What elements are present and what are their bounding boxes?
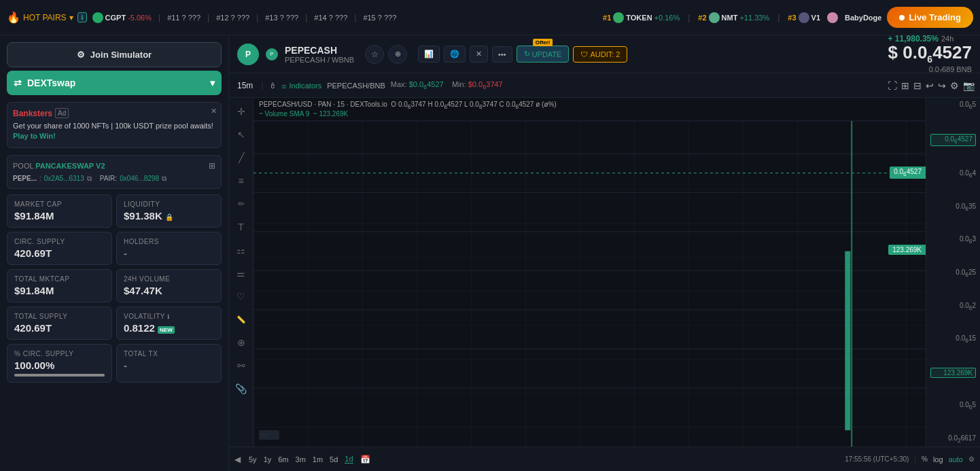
nav-token-cgpt[interactable]: CGPT -5.06% [92,12,152,23]
update-button[interactable]: ↻ UPDATE [517,46,570,63]
settings-button[interactable]: ⚙ [950,80,959,91]
chevron-down-icon: ▾ [210,77,215,88]
text-tool[interactable]: T [232,217,251,237]
current-price-indicator: 0.064527 [890,167,926,179]
pool-title: POOL PANCAKESWAP V2 [13,162,105,170]
chart-area: P P PEPECASH PEPECASH / WBNB ☆ ⊕ 📊 🌐 ✕ •… [229,35,980,471]
chart-info-bar: PEPECASH/USD · PAN · 15 · DEXTools.io O … [253,98,926,121]
log-label[interactable]: log [933,455,943,464]
tr-token-2[interactable]: #2 NMT +11.33% [698,12,769,23]
time-5d[interactable]: 5d [330,455,338,464]
crosshair-tool[interactable]: ✛ [232,102,251,121]
chart-toolbar: 15m | 🕯 ⎄ Indicators PEPECASH/BNB Max: $… [229,73,980,98]
nav-token-15[interactable]: #15 ? ??? [363,14,396,22]
pair-label: PEPECASH/BNB [327,82,385,90]
percent-label[interactable]: % [922,455,928,463]
simulator-icon: ⚙ [77,50,85,60]
dextswap-button[interactable]: ⇄ DEXTswap ▾ [7,71,222,95]
babydoge-icon [827,12,838,23]
volume-price-indicator: 123.269K [888,245,926,255]
stat-market-cap: MARKET CAP $91.84M [7,194,112,228]
y-price-062: 0.062 [930,302,976,311]
magnet-tool[interactable]: ⚯ [232,356,251,375]
camera-button[interactable]: 📷 [963,80,975,91]
time-1m[interactable]: 1m [313,455,323,464]
time-1y[interactable]: 1y [264,455,272,464]
stat-24h-volume: 24H VOLUME $47.47K [116,269,222,302]
liquidity-info-icon[interactable]: 🔒 [165,213,173,221]
token-logo: P [237,43,259,65]
chart-more-button[interactable]: ••• [492,46,512,63]
swap-icon: ⇄ [14,77,22,88]
new-badge: NEW [158,326,175,334]
y-price-065: 0.065 [930,101,976,110]
chart-grid [253,121,926,447]
volatility-label: VOLATILITY ℹ [124,313,214,320]
chart-expand2-button[interactable]: ⊟ [913,80,922,91]
settings-icon[interactable]: ⚙ [968,455,975,463]
undo-button[interactable]: ↩ [926,80,934,91]
nav-token-13[interactable]: #13 ? ??? [265,14,298,22]
update-offer-wrapper: ↻ UPDATE Offer! [517,46,570,63]
stat-circ-supply: CIRC. SUPPLY 420.69T [7,232,112,265]
shield-icon: 🛡 [580,50,588,58]
circ-supply-pct-value: 100.00% [14,360,105,371]
join-simulator-button[interactable]: ⚙ Join Simulator [7,42,222,67]
fib-tool[interactable]: ⚏ [232,241,251,260]
time-label: 17:55:56 (UTC+5:30) [845,455,909,463]
pool-info-icon[interactable]: ⊞ [209,161,215,171]
fullscreen-button[interactable]: ⛶ [888,80,897,91]
favorite-button[interactable]: ☆ [365,45,384,64]
time-1d[interactable]: 1d [345,455,353,464]
indicators-button[interactable]: ⎄ Indicators [282,82,321,90]
volume-sma-info: ~ Volume SMA 9 ~ 123.269K [259,110,348,118]
hot-pairs-button[interactable]: 🔥 HOT PAIRS ▾ ℹ [7,11,87,24]
y-price-026617: 0.026617 [930,434,976,444]
tr-token-3[interactable]: #3 V1 [788,12,820,23]
token-actions: ☆ ⊕ [365,45,407,64]
chart-expand-button[interactable]: ⊞ [901,80,909,91]
timeframe-15m[interactable]: 15m [234,80,256,92]
measure-tool[interactable]: ⚌ [232,264,251,283]
chart-canvas[interactable]: TV 0.064527 123.269K [253,121,926,447]
zoom-tool[interactable]: ⊕ [232,333,251,352]
scroll-left-arrow[interactable]: ◀ [234,455,241,464]
live-trading-button[interactable]: Live Trading [887,7,973,28]
redo-button[interactable]: ↪ [938,80,946,91]
nav-token-14[interactable]: #14 ? ??? [314,14,347,22]
heart-tool[interactable]: ♡ [232,287,251,306]
audit-button[interactable]: 🛡 AUDIT: 2 [573,46,627,63]
indicators-icon: ⎄ [282,82,287,90]
time-5y[interactable]: 5y [249,455,257,464]
auto-label[interactable]: auto [949,455,963,464]
total-tx-label: TOTAL TX [124,350,214,357]
24h-volume-label: 24H VOLUME [124,275,214,283]
nav-token-12[interactable]: #12 ? ??? [216,14,249,22]
chart-x-button[interactable]: ✕ [470,46,488,63]
time-6m[interactable]: 6m [278,455,288,464]
nav-token-11[interactable]: #11 ? ??? [167,14,200,22]
brush-tool[interactable]: ✏ [232,194,251,213]
time-3m[interactable]: 3m [296,455,306,464]
ad-label: Ad [55,108,69,118]
calendar-icon[interactable]: 📅 [360,455,370,464]
copy-pepe-button[interactable]: ⧉ [87,175,92,183]
share-button[interactable]: ⊕ [388,45,407,64]
ruler-tool[interactable]: 📏 [232,310,251,329]
ad-close-button[interactable]: ✕ [211,107,217,116]
stat-volatility: VOLATILITY ℹ 0.8122 NEW [116,307,222,340]
copy-pair-button[interactable]: ⧉ [162,175,167,183]
ad-cta[interactable]: Play to Win! [13,132,56,140]
candle-icon[interactable]: 🕯 [268,81,277,90]
horizontal-line-tool[interactable]: ≡ [232,171,251,190]
chart-globe-button[interactable]: 🌐 [444,46,466,63]
tr-token-1[interactable]: #1 TOKEN +0.16% [603,12,680,23]
cursor-tool[interactable]: ↖ [232,125,251,144]
chevron-down-icon: ▾ [69,13,73,22]
volatility-info-icon[interactable]: ℹ [167,313,170,320]
top-right-tokens: #1 TOKEN +0.16% | #2 NMT +11.33% | #3 V1… [603,12,881,23]
annotations-tool[interactable]: 📎 [232,379,251,398]
trend-line-tool[interactable]: ╱ [232,148,251,167]
holders-value: - [124,247,214,259]
chart-type-bar-button[interactable]: 📊 [418,46,440,63]
